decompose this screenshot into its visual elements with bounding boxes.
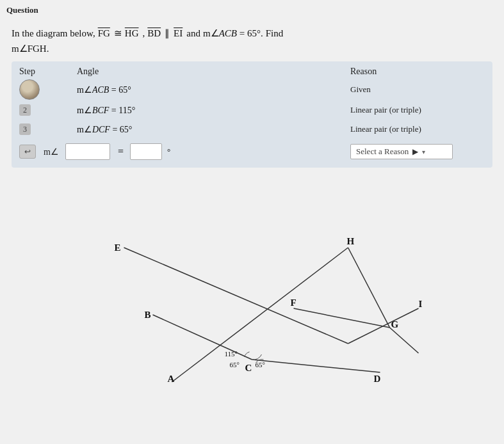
angle-name-input[interactable] xyxy=(65,143,110,160)
select-reason-area: Select a Reason ▶ ▾ xyxy=(344,144,485,159)
find-text: Find xyxy=(266,26,284,41)
proof-table: Step Angle Reason m∠ACB = 65° Given 2 m∠… xyxy=(12,61,492,168)
svg-text:F: F xyxy=(291,297,297,308)
select-reason-label: Select a Reason xyxy=(356,147,409,157)
input-row: ↩ m∠ = ° Select a Reason ▶ ▾ xyxy=(19,143,485,160)
svg-text:H: H xyxy=(347,236,355,246)
svg-text:65°: 65° xyxy=(256,361,265,369)
svg-text:115°: 115° xyxy=(225,350,238,358)
svg-text:B: B xyxy=(145,310,151,320)
step-1-icon xyxy=(19,79,40,100)
svg-line-0 xyxy=(124,248,348,344)
equals-sign: = xyxy=(118,146,124,157)
m-angle-label: m∠ xyxy=(44,147,59,157)
table-row: m∠ACB = 65° Given xyxy=(19,79,485,100)
step-3-num: 3 xyxy=(19,123,31,135)
svg-text:E: E xyxy=(115,242,121,253)
question-label: Question xyxy=(6,5,38,15)
header-reason: Reason xyxy=(344,67,485,77)
row-1-reason: Given xyxy=(344,84,485,95)
ei: EI xyxy=(174,26,183,41)
svg-text:65°: 65° xyxy=(230,361,240,369)
and-text: and xyxy=(186,26,200,41)
svg-text:D: D xyxy=(374,374,381,384)
step-1 xyxy=(19,79,58,100)
comma1: , xyxy=(143,26,145,41)
step-2: 2 xyxy=(19,104,58,116)
header-step: Step xyxy=(19,67,58,77)
step-3: 3 xyxy=(19,123,58,135)
diagram-area: E H F G B C 115° 65° 65° A D I xyxy=(12,174,492,385)
svg-text:I: I xyxy=(419,299,423,309)
table-row: 2 m∠BCF = 115° Linear pair (or triple) xyxy=(19,101,485,119)
svg-text:G: G xyxy=(391,319,399,329)
select-reason-cursor: ▶ xyxy=(412,147,418,157)
angle-acb: m∠ACB = 65°. xyxy=(203,26,263,41)
svg-line-7 xyxy=(390,328,419,353)
bd: BD xyxy=(147,26,161,41)
svg-line-6 xyxy=(294,308,390,328)
chevron-down-icon: ▾ xyxy=(422,148,425,155)
step-2-num: 2 xyxy=(19,104,31,116)
geometry-diagram: E H F G B C 115° 65° 65° A D I xyxy=(12,174,492,385)
angle-value-input[interactable] xyxy=(130,143,162,160)
problem-intro: In the diagram below, xyxy=(12,26,95,41)
congruent-sign: ≅ xyxy=(114,26,122,41)
parallel-sign: ∥ xyxy=(165,26,170,41)
row-3-angle: m∠DCF = 65° xyxy=(58,124,344,135)
page: Question In the diagram below, FG ≅ HG, … xyxy=(0,0,504,444)
header-angle: Angle xyxy=(58,67,344,77)
row-2-reason: Linear pair (or triple) xyxy=(344,105,485,115)
svg-line-3 xyxy=(252,360,380,372)
row-3-reason: Linear pair (or triple) xyxy=(344,124,485,134)
svg-text:A: A xyxy=(168,374,175,384)
svg-line-5 xyxy=(348,248,390,328)
row-1-angle: m∠ACB = 65° xyxy=(58,84,344,95)
row-2-angle: m∠BCF = 115° xyxy=(58,105,344,116)
table-row: 3 m∠DCF = 65° Linear pair (or triple) xyxy=(19,120,485,138)
table-header: Step Angle Reason xyxy=(19,67,485,79)
degree-label: ° xyxy=(167,147,170,157)
svg-text:C: C xyxy=(245,363,252,373)
problem-statement: In the diagram below, FG ≅ HG, BD ∥ EI a… xyxy=(12,20,492,58)
problem-line2: m∠FGH. xyxy=(12,41,492,56)
undo-button[interactable]: ↩ xyxy=(19,145,36,159)
hg: HG xyxy=(125,26,139,41)
fg-hg: FG xyxy=(98,26,110,41)
select-reason-dropdown[interactable]: Select a Reason ▶ ▾ xyxy=(350,144,453,159)
